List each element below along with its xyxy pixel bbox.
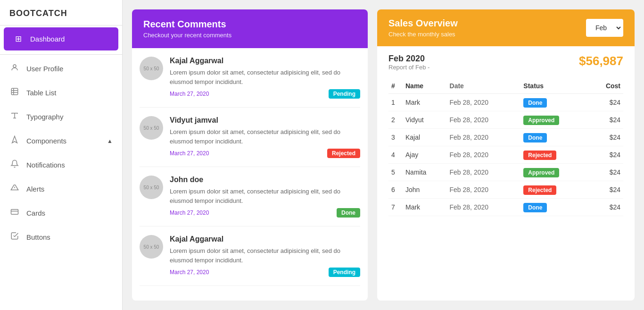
comment-badge: Pending — [329, 89, 360, 99]
dashboard-icon: ⊞ — [13, 34, 24, 44]
status-badge: Done — [523, 98, 547, 108]
comment-item: 50 x 50 Vidyut jamval Lorem ipsum dolor … — [140, 108, 360, 167]
table-header: Status — [520, 78, 589, 94]
sidebar-item-notifications[interactable]: Notifications — [0, 153, 122, 177]
sidebar-label-cards: Cards — [26, 209, 45, 217]
user-icon — [9, 63, 20, 74]
sales-total: $56,987 — [579, 54, 623, 68]
status-badge: Approved — [523, 168, 559, 177]
comments-title: Recent Comments — [143, 19, 356, 30]
comment-content: Kajal Aggarwal Lorem ipsum dolor sit ame… — [170, 235, 360, 277]
alerts-icon — [9, 184, 20, 194]
app-logo: BOOTCATCH — [0, 0, 122, 25]
comment-content: Vidyut jamval Lorem ipsum dolor sit amet… — [170, 116, 360, 158]
table-row: 1MarkFeb 28, 2020Done$24 — [388, 94, 623, 111]
comment-footer: March 27, 2020 Done — [170, 208, 360, 218]
table-row: 6JohnFeb 28, 2020Rejected$24 — [388, 181, 623, 199]
comment-name: Kajal Aggarwal — [170, 235, 360, 243]
comment-item: 50 x 50 Kajal Aggarwal Lorem ipsum dolor… — [140, 226, 360, 286]
comments-subtitle: Checkout your recent comments — [143, 32, 356, 39]
sales-body: Feb 2020 Report of Feb - $56,987 #NameDa… — [377, 46, 635, 301]
typography-icon — [9, 111, 20, 122]
table-header: Name — [403, 78, 447, 94]
comment-date: March 27, 2020 — [170, 150, 209, 157]
main-content: Recent Comments Checkout your recent com… — [123, 0, 644, 310]
table-row: 2VidyutFeb 28, 2020Approved$24 — [388, 111, 623, 129]
comment-content: John doe Lorem ipsum dolor sit amet, con… — [170, 176, 360, 218]
sales-summary: Feb 2020 Report of Feb - $56,987 — [388, 54, 623, 71]
comment-date: March 27, 2020 — [170, 91, 209, 97]
avatar: 50 x 50 — [140, 116, 163, 140]
table-header: # — [388, 78, 403, 94]
comment-content: Kajal Aggarwal Lorem ipsum dolor sit ame… — [170, 57, 360, 99]
sales-header-left: Sales Overview Check the monthly sales — [388, 18, 458, 38]
comment-badge: Pending — [329, 268, 360, 277]
comment-text: Lorem ipsum dolor sit amet, consectetur … — [170, 246, 360, 265]
svg-rect-1 — [11, 88, 18, 95]
comment-item: 50 x 50 Kajal Aggarwal Lorem ipsum dolor… — [140, 48, 360, 108]
comment-badge: Done — [337, 208, 360, 218]
avatar: 50 x 50 — [140, 235, 163, 259]
table-icon — [9, 87, 20, 98]
comment-text: Lorem ipsum dolor sit amet, consectetur … — [170, 127, 360, 146]
comment-footer: March 27, 2020 Pending — [170, 89, 360, 99]
sales-period-info: Feb 2020 Report of Feb - — [388, 54, 429, 71]
sales-title: Sales Overview — [388, 18, 458, 29]
sales-header: Sales Overview Check the monthly sales J… — [377, 9, 635, 46]
month-select[interactable]: JanFebMarAprMayJunJulAugSepOctNovDec — [586, 19, 623, 37]
sales-report-label: Report of Feb - — [388, 64, 429, 71]
avatar: 50 x 50 — [140, 176, 163, 199]
sidebar-label-components: Components — [26, 137, 66, 145]
table-header: Cost — [589, 78, 623, 94]
comments-body: 50 x 50 Kajal Aggarwal Lorem ipsum dolor… — [132, 48, 368, 301]
sidebar-label-table-list: Table List — [26, 89, 56, 97]
comment-footer: March 27, 2020 Pending — [170, 268, 360, 277]
comment-name: John doe — [170, 176, 360, 184]
sidebar: BOOTCATCH ⊞ Dashboard User Profile Table… — [0, 0, 123, 310]
sidebar-label-alerts: Alerts — [26, 185, 44, 193]
table-row: 7MarkFeb 28, 2020Done$24 — [388, 199, 623, 216]
sidebar-label-user-profile: User Profile — [26, 65, 63, 73]
sales-table: #NameDateStatusCost 1MarkFeb 28, 2020Don… — [388, 78, 623, 216]
notifications-icon — [9, 159, 20, 170]
table-row: 3KajalFeb 28, 2020Done$24 — [388, 129, 623, 146]
comments-header: Recent Comments Checkout your recent com… — [132, 9, 368, 48]
status-badge: Rejected — [523, 185, 556, 195]
comment-text: Lorem ipsum dolor sit amet, consectetur … — [170, 187, 360, 205]
comment-date: March 27, 2020 — [170, 269, 209, 276]
sales-subtitle: Check the monthly sales — [388, 31, 458, 38]
buttons-icon — [9, 232, 20, 243]
cards-icon — [9, 208, 20, 218]
sidebar-divider — [0, 54, 122, 55]
table-row: 4AjayFeb 28, 2020Rejected$24 — [388, 146, 623, 164]
comment-text: Lorem ipsum dolor sit amet, consectetur … — [170, 68, 360, 86]
sidebar-item-table-list[interactable]: Table List — [0, 81, 122, 105]
svg-marker-7 — [12, 136, 17, 143]
sales-month: Feb 2020 — [388, 54, 429, 64]
svg-point-0 — [13, 65, 16, 67]
sidebar-item-user-profile[interactable]: User Profile — [0, 57, 122, 81]
status-badge: Done — [523, 203, 547, 212]
sidebar-item-dashboard[interactable]: ⊞ Dashboard — [4, 27, 118, 50]
sidebar-label-buttons: Buttons — [26, 233, 50, 241]
sidebar-label-notifications: Notifications — [26, 161, 65, 169]
comment-badge: Rejected — [327, 149, 360, 158]
sidebar-item-components[interactable]: Components ▲ — [0, 129, 122, 153]
sidebar-item-typography[interactable]: Typography — [0, 105, 122, 129]
comment-name: Kajal Aggarwal — [170, 57, 360, 65]
components-icon — [9, 135, 20, 146]
sidebar-label-typography: Typography — [26, 113, 63, 121]
status-badge: Approved — [523, 116, 559, 125]
svg-rect-11 — [11, 209, 18, 215]
sidebar-item-alerts[interactable]: Alerts — [0, 177, 122, 201]
status-badge: Done — [523, 133, 547, 142]
sidebar-item-cards[interactable]: Cards — [0, 201, 122, 225]
comment-footer: March 27, 2020 Rejected — [170, 149, 360, 158]
avatar: 50 x 50 — [140, 57, 163, 80]
comment-name: Vidyut jamval — [170, 116, 360, 125]
sidebar-item-buttons[interactable]: Buttons — [0, 225, 122, 249]
sidebar-item-label: Dashboard — [30, 35, 65, 43]
components-arrow: ▲ — [107, 138, 113, 144]
comment-item: 50 x 50 John doe Lorem ipsum dolor sit a… — [140, 167, 360, 226]
table-row: 5NamitaFeb 28, 2020Approved$24 — [388, 164, 623, 181]
